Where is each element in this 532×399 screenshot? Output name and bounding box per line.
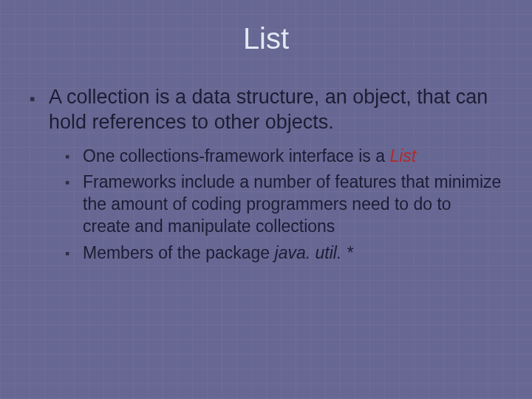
bullet-marker-icon: ▪ <box>65 242 83 262</box>
bullet-text-pre: Frameworks include a number of features … <box>83 172 501 236</box>
bullet-level2: ▪ Frameworks include a number of feature… <box>65 171 502 238</box>
slide-title: List <box>30 22 502 55</box>
bullet-text: Members of the package java. util. * <box>83 242 502 265</box>
bullet-text-em: java. util. * <box>275 243 353 262</box>
bullet-text-pre: Members of the package <box>83 243 275 262</box>
bullet-text-pre: One collections-framework interface is a <box>83 146 389 166</box>
bullet-text: One collections-framework interface is a… <box>83 146 502 168</box>
bullet-text: A collection is a data structure, an obj… <box>49 85 502 135</box>
bullet-level1: ▪ A collection is a data structure, an o… <box>30 85 502 135</box>
bullet-marker-icon: ▪ <box>30 85 49 109</box>
sub-bullet-group: ▪ One collections-framework interface is… <box>65 146 502 265</box>
bullet-level2: ▪ One collections-framework interface is… <box>65 146 502 168</box>
bullet-level2: ▪ Members of the package java. util. * <box>65 242 502 265</box>
bullet-text-em: List <box>389 146 416 166</box>
slide: List ▪ A collection is a data structure,… <box>0 0 532 399</box>
bullet-text: Frameworks include a number of features … <box>83 171 502 238</box>
bullet-marker-icon: ▪ <box>65 171 83 191</box>
bullet-marker-icon: ▪ <box>65 146 83 166</box>
